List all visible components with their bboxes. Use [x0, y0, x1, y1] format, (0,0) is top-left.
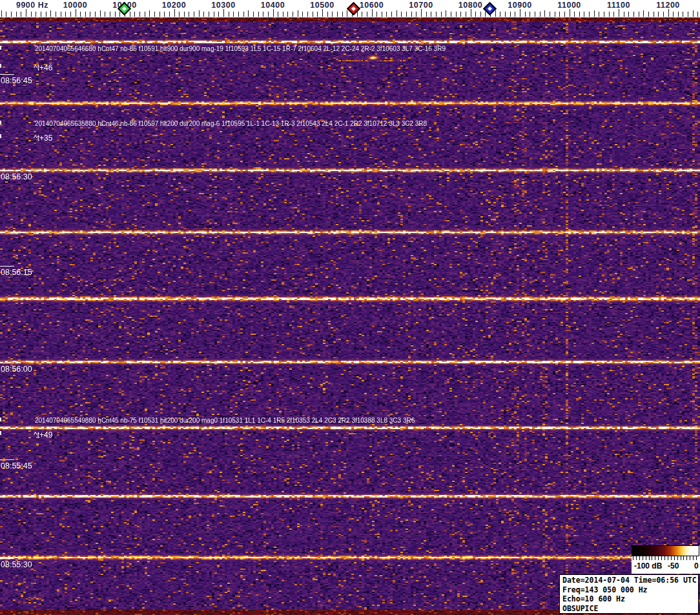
- ruler-tick: [535, 12, 535, 17]
- ruler-tick: [471, 9, 471, 17]
- ruler-tick: [115, 12, 116, 17]
- ruler-tick: [46, 12, 46, 17]
- ruler-tick: [628, 12, 629, 17]
- ruler-tick: [357, 12, 358, 17]
- time-tick: [0, 558, 14, 559]
- ruler-tick: [233, 12, 234, 17]
- ruler-tick: [342, 12, 343, 17]
- colorbar-tick: [696, 556, 697, 560]
- ruler-tick: [174, 9, 175, 17]
- ruler-tick: [26, 9, 26, 17]
- colorbar-tick: [655, 556, 655, 560]
- freq-label: 10200: [162, 1, 186, 10]
- ruler-tick: [639, 12, 639, 17]
- ruler-tick: [376, 12, 377, 17]
- ruler-tick: [525, 12, 526, 17]
- ruler-tick: [243, 12, 244, 17]
- event-marker-label: ^t+49: [34, 430, 52, 439]
- ruler-tick: [475, 12, 476, 17]
- marker-center-dot: [121, 6, 126, 10]
- ruler-tick: [11, 12, 12, 17]
- ruler-tick: [21, 12, 21, 17]
- ruler-tick: [654, 12, 654, 17]
- ruler-tick: [683, 12, 683, 17]
- spectrogram-canvas[interactable]: [0, 17, 700, 615]
- colorbar-tick: [643, 556, 643, 560]
- ruler-tick: [648, 12, 649, 17]
- ruler-tick: [520, 9, 520, 17]
- ruler-tick: [307, 12, 308, 17]
- ruler-tick: [619, 9, 619, 17]
- ruler-tick: [624, 12, 624, 17]
- marker-center-dot: [351, 6, 355, 10]
- ruler-tick: [70, 12, 71, 17]
- ruler-tick: [530, 12, 530, 17]
- colorbar-tick: [674, 556, 675, 560]
- ruler-tick: [110, 12, 110, 17]
- edge-mark: [0, 121, 1, 125]
- ruler-tick: [41, 12, 41, 17]
- ruler-tick: [697, 12, 698, 17]
- ruler-tick: [199, 10, 200, 17]
- ruler-tick: [263, 12, 263, 17]
- colorbar-tick: [639, 556, 640, 560]
- marker-red-diamond[interactable]: [346, 1, 360, 15]
- freq-label: 10400: [261, 1, 285, 10]
- freq-label: 10800: [458, 1, 482, 10]
- ruler-tick: [293, 12, 293, 17]
- freq-label: 10700: [409, 1, 433, 10]
- colorbar-tick: [683, 556, 684, 560]
- ruler-tick: [421, 9, 422, 17]
- detection-annotation: 20140704065646680 hCnt47 nb-86 f10591 hi…: [35, 45, 446, 52]
- ruler-tick: [283, 12, 283, 17]
- db-label-min: -100 dB: [634, 561, 662, 570]
- time-label: 08:55:45: [1, 461, 32, 470]
- edge-mark: [0, 431, 1, 435]
- ruler-tick: [555, 12, 555, 17]
- ruler-tick: [500, 12, 500, 17]
- colorbar-tick: [664, 556, 665, 560]
- ruler-tick: [633, 12, 634, 17]
- ruler-tick: [386, 12, 387, 17]
- ruler-tick: [36, 12, 36, 17]
- colorbar-tick: [693, 556, 694, 560]
- ruler-tick: [604, 12, 604, 17]
- ruler-tick: [663, 12, 664, 17]
- ruler-tick: [61, 12, 61, 17]
- ruler-tick: [347, 10, 347, 17]
- ruler-tick: [327, 12, 328, 17]
- ruler-tick: [16, 12, 17, 17]
- colorbar-tick: [649, 556, 650, 560]
- freq-label: 10900: [508, 1, 531, 10]
- freq-label: 11200: [656, 1, 680, 10]
- ruler-tick: [160, 12, 160, 17]
- time-label: 08:56:15: [1, 268, 32, 277]
- ruler-tick: [218, 12, 219, 17]
- ruler-tick: [401, 12, 402, 17]
- colorbar-tick: [677, 556, 678, 560]
- ruler-tick: [441, 12, 442, 17]
- ruler-tick: [584, 12, 584, 17]
- ruler-tick: [154, 12, 155, 17]
- info-date-time: Date=2014-07-04 Time=06:56 UTC: [562, 576, 695, 585]
- event-marker-label: ^t+35: [34, 134, 52, 143]
- ruler-tick: [203, 12, 204, 17]
- ruler-tick: [130, 12, 130, 17]
- frequency-ruler[interactable]: 9900 Hz100001010010200103001040010500106…: [0, 0, 700, 17]
- ruler-tick: [480, 12, 481, 17]
- ruler-tick: [451, 12, 451, 17]
- detection-annotation: 20140704065635880 hCnt46 nb-86 f10597 hi…: [35, 120, 427, 127]
- colorbar-tick: [646, 556, 646, 560]
- colorbar-ticks: [632, 556, 699, 561]
- time-tick: [0, 266, 14, 267]
- ruler-tick: [278, 12, 278, 17]
- ruler-tick: [599, 12, 599, 17]
- ruler-tick: [169, 12, 170, 17]
- ruler-tick: [184, 12, 185, 17]
- ruler-tick: [688, 12, 688, 17]
- ruler-tick: [337, 12, 338, 17]
- ruler-tick: [90, 12, 90, 17]
- ruler-tick: [693, 10, 694, 17]
- ruler-tick: [229, 12, 229, 17]
- ruler-tick: [485, 12, 486, 17]
